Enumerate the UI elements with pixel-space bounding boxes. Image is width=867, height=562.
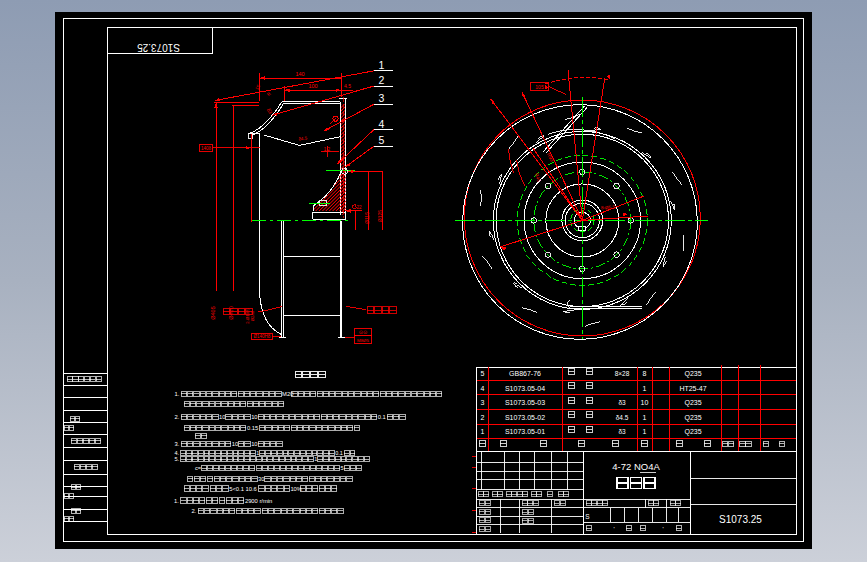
svg-text:0.15: 0.15	[247, 425, 258, 431]
svg-text:1: 1	[256, 450, 259, 456]
svg-text:10: 10	[251, 441, 257, 447]
svg-text:M8Ø5: M8Ø5	[357, 338, 370, 343]
svg-text:2: 2	[481, 414, 485, 421]
svg-text:10: 10	[251, 414, 257, 420]
svg-text:5<0.1 10.6: 5<0.1 10.6	[229, 486, 257, 492]
svg-text:Ø125: Ø125	[377, 210, 383, 222]
svg-text:c=: c=	[195, 465, 201, 471]
svg-text:δ4.5: δ4.5	[616, 414, 629, 421]
svg-text:1: 1	[379, 59, 385, 71]
svg-text:1.: 1.	[174, 498, 179, 504]
svg-text:S: S	[585, 513, 590, 520]
svg-text:140δ: 140δ	[201, 146, 212, 151]
svg-text:': '	[662, 526, 663, 532]
svg-text:S1073.25: S1073.25	[719, 514, 762, 525]
svg-text:4: 4	[379, 118, 385, 130]
svg-text:22: 22	[356, 205, 362, 210]
svg-text:5.: 5.	[175, 456, 180, 462]
svg-text:Q235: Q235	[684, 399, 701, 407]
svg-text:1: 1	[643, 385, 647, 392]
svg-text:1: 1	[643, 414, 647, 421]
svg-text:': '	[613, 526, 614, 532]
svg-text:δ3: δ3	[618, 428, 626, 435]
svg-text:140: 140	[295, 71, 304, 77]
svg-text:3: 3	[379, 92, 385, 104]
svg-text:S1073.05-03: S1073.05-03	[505, 399, 545, 406]
svg-text:30: 30	[258, 476, 264, 482]
svg-text:105: 105	[535, 84, 544, 90]
svg-text:δ4.5: δ4.5	[298, 136, 308, 142]
svg-text:10: 10	[232, 441, 238, 447]
svg-text:4.5: 4.5	[344, 83, 351, 89]
svg-text:8×28: 8×28	[615, 370, 630, 377]
svg-text:3.: 3.	[175, 441, 180, 447]
svg-text:δ3: δ3	[618, 399, 626, 406]
svg-text:5: 5	[379, 134, 385, 146]
svg-text:S1073.05-04: S1073.05-04	[505, 385, 545, 392]
svg-text:1: 1	[481, 428, 485, 435]
svg-text:Q235: Q235	[684, 428, 701, 436]
svg-text:Q235: Q235	[684, 370, 701, 378]
svg-text:S1073.05-01: S1073.05-01	[505, 428, 545, 435]
svg-text:1: 1	[314, 456, 317, 462]
svg-text:⊙⊙: ⊙⊙	[359, 329, 367, 335]
svg-text:S1073.25: S1073.25	[137, 42, 180, 53]
svg-text:0.1: 0.1	[378, 414, 386, 420]
svg-text:0.1: 0.1	[335, 450, 343, 456]
svg-text:3: 3	[481, 399, 485, 406]
svg-text:1: 1	[643, 428, 647, 435]
svg-text:Q235: Q235	[684, 414, 701, 422]
svg-text:2900 r/min: 2900 r/min	[245, 498, 272, 504]
svg-text:10: 10	[641, 399, 649, 406]
svg-text:5: 5	[341, 465, 344, 471]
svg-text:2.: 2.	[191, 508, 196, 514]
svg-text:4: 4	[481, 385, 485, 392]
svg-text:Ø140H8: Ø140H8	[254, 334, 271, 339]
svg-text:10: 10	[219, 414, 225, 420]
svg-text:HT25-47: HT25-47	[679, 385, 706, 392]
svg-text:4-72 NO4A: 4-72 NO4A	[612, 461, 660, 472]
svg-text:5: 5	[481, 370, 485, 377]
svg-text:2.: 2.	[175, 414, 180, 420]
svg-text:100: 100	[308, 83, 317, 89]
svg-text:8-Ø5.5: 8-Ø5.5	[601, 205, 616, 211]
svg-text:1.: 1.	[175, 391, 180, 397]
svg-text:S1073.05-02: S1073.05-02	[505, 414, 545, 421]
svg-text:2: 2	[379, 74, 385, 86]
svg-text:Ø405: Ø405	[210, 306, 216, 319]
svg-text:Ø115: Ø115	[364, 212, 370, 224]
svg-text:8: 8	[643, 370, 647, 377]
svg-text:GB867-76: GB867-76	[509, 370, 541, 377]
